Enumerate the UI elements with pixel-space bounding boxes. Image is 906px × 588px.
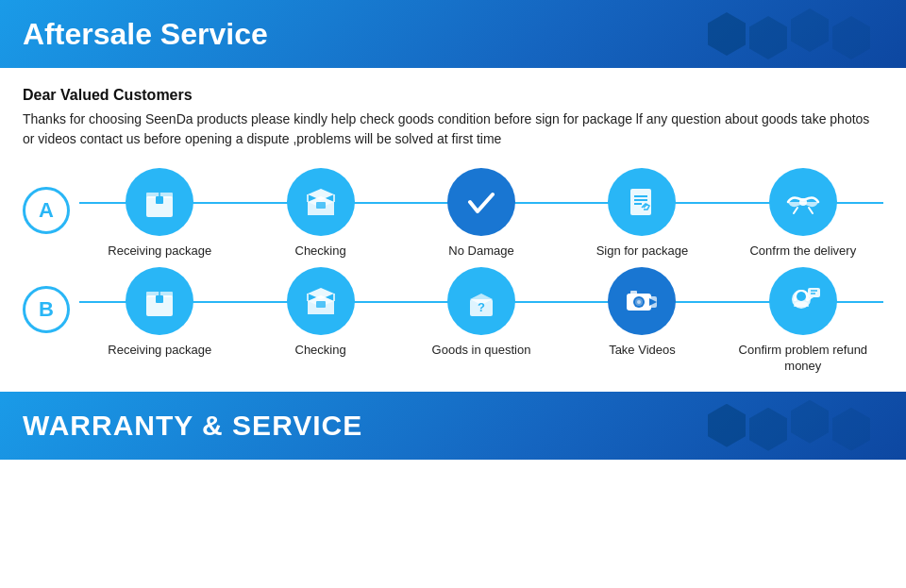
step-b5-label: Confirm problem refund money [723,343,883,375]
svg-text:?: ? [478,300,485,314]
svg-rect-9 [316,202,326,209]
footer-hexagons [708,392,878,460]
svg-marker-23 [308,288,334,299]
row-a: A Receiving package [23,168,883,260]
hex-2 [749,16,787,59]
step-a1-icon-circle [126,168,193,236]
row-b-step-4: Take Videos [562,267,722,359]
header-hexagons [708,0,878,68]
main-content: Dear Valued Customers Thanks for choosin… [0,68,906,384]
step-b3-icon-circle: ? [447,267,515,335]
row-b-step-1: Receiving package [79,267,240,359]
svg-marker-6 [308,189,334,200]
step-b2-icon-circle [287,267,355,335]
svg-point-38 [797,292,806,301]
row-a-step-2: Checking [240,168,400,260]
header: Aftersale Service [0,0,906,68]
footer: WARRANTY & SERVICE [0,392,906,460]
footer-title: WARRANTY & SERVICE [23,410,362,442]
open-box-b-icon [300,280,342,322]
row-a-step-4: Sign for package [562,168,722,260]
open-box-icon [300,181,342,223]
hex-4 [832,16,870,59]
row-a-letter: A [23,187,70,234]
step-b2-label: Checking [295,343,346,359]
document-icon [621,181,663,223]
svg-rect-26 [316,301,326,308]
package-icon [139,181,180,223]
svg-rect-36 [630,291,637,294]
step-a2-icon-circle [287,168,355,236]
step-a4-label: Sign for package [596,244,689,260]
step-b4-label: Take Videos [609,343,676,359]
support-icon [782,280,824,322]
row-b-step-3: ? Goods in question [401,267,562,359]
camera-icon [621,280,663,322]
step-a3-label: No Damage [448,244,513,260]
row-b-letter: B [23,286,70,333]
footer-hex-2 [749,408,787,451]
hex-1 [708,12,746,56]
step-b1-icon-circle [126,267,193,335]
hex-3 [791,8,829,52]
row-b-step-5: Confirm problem refund money [723,267,883,375]
row-b: B Receiving package [23,267,883,375]
step-a5-icon-circle [769,168,837,236]
row-a-steps: Receiving package Checking [79,168,883,260]
svg-rect-19 [156,295,163,303]
step-b1-label: Receiving package [108,343,211,359]
svg-rect-41 [808,288,820,297]
step-a5-label: Confrm the delivery [749,244,856,260]
footer-hex-3 [791,400,829,444]
row-b-steps: Receiving package Checking [79,267,883,375]
svg-line-15 [794,208,797,213]
step-b4-icon-circle [608,267,676,335]
row-a-step-3: No Damage [401,168,562,260]
dear-customers-heading: Dear Valued Customers [23,87,883,104]
package-b-icon [139,280,180,322]
row-a-step-5: Confrm the delivery [723,168,883,260]
step-a4-icon-circle [608,168,676,236]
step-a3-icon-circle [447,168,515,236]
header-title: Aftersale Service [23,17,268,52]
footer-hex-4 [832,408,870,451]
svg-rect-2 [156,196,163,204]
row-a-step-1: Receiving package [79,168,240,260]
question-icon: ? [461,280,502,322]
checkmark-icon [461,181,502,223]
description-text: Thanks for choosing SeenDa products plea… [23,109,883,149]
step-b3-label: Goods in question [432,343,531,359]
svg-rect-10 [630,189,651,215]
footer-hex-1 [708,404,746,447]
row-b-step-2: Checking [240,267,400,359]
handshake-icon [782,181,824,223]
svg-point-33 [637,300,641,304]
step-a2-label: Checking [295,244,346,260]
step-a1-label: Receiving package [108,244,211,260]
svg-rect-39 [794,296,797,301]
step-b5-icon-circle [769,267,837,335]
svg-line-16 [809,208,813,213]
svg-point-14 [799,198,807,206]
